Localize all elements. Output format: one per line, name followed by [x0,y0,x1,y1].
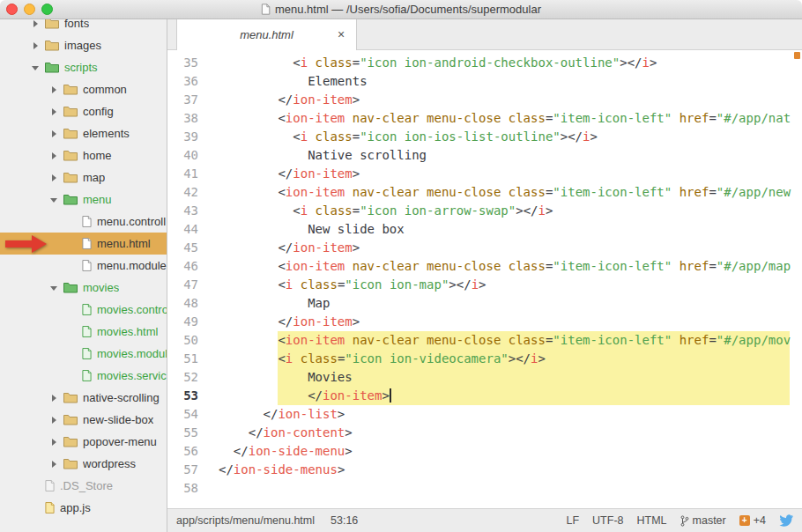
code-line-content[interactable]: </ion-list> [210,405,802,424]
code-line-content[interactable]: <ion-item nav-clear menu-close class="it… [210,331,802,350]
tree-folder-menu[interactable]: menu [0,188,167,211]
line-number[interactable]: 45 [167,239,210,257]
chevron-icon[interactable] [67,348,78,359]
git-branch[interactable]: master [680,514,726,527]
tree-folder-images[interactable]: images [0,34,167,56]
code-line-53[interactable]: 53 </ion-item> [167,387,802,405]
tree-file-movies-servic[interactable]: movies.servic [0,365,167,387]
zoom-window-button[interactable] [41,4,53,15]
chevron-icon[interactable] [67,260,78,271]
code-line-content[interactable]: </ion-content> [210,424,802,442]
tree-folder-native-scrolling[interactable]: native-scrolling [0,387,167,409]
bird-icon[interactable] [779,514,793,527]
code-line-content[interactable]: </ion-side-menus> [210,461,802,479]
code-line-content[interactable]: </ion-side-menu> [210,442,802,461]
tree-file-menu-module[interactable]: menu.module [0,255,167,277]
tree-folder-config[interactable]: config [0,100,167,122]
code-line-content[interactable]: </ion-item> [210,387,802,405]
tree-file-menu-controll[interactable]: menu.controll [0,211,167,233]
chevron-icon[interactable] [48,84,60,95]
code-line-39[interactable]: 39 <i class="icon ion-ios-list-outline">… [167,128,802,146]
chevron-icon[interactable] [48,194,60,205]
code-line-content[interactable]: </ion-item> [210,313,802,331]
code-line-content[interactable]: <i class="icon ion-videocamera"></i> [210,350,802,368]
line-number[interactable]: 43 [167,202,210,220]
code-line-content[interactable]: <i class="icon ion-ios-list-outline"></i… [210,128,802,146]
code-line-content[interactable]: </ion-item> [210,239,802,257]
code-line-35[interactable]: 35 <i class="icon ion-android-checkbox-o… [167,54,802,72]
code-line-content[interactable]: <ion-item nav-clear menu-close class="it… [210,183,802,202]
chevron-icon[interactable] [30,40,41,51]
code-line-content[interactable]: <ion-item nav-clear menu-close class="it… [210,109,802,128]
chevron-icon[interactable] [67,304,78,315]
tab-menu-html[interactable]: menu.html × [176,19,357,50]
chevron-icon[interactable] [48,392,60,403]
line-number[interactable]: 41 [167,165,210,183]
chevron-icon[interactable] [48,106,60,117]
line-number[interactable]: 39 [167,128,210,146]
line-number[interactable]: 49 [167,313,210,331]
tree-folder-map[interactable]: map [0,166,167,188]
tree-folder-home[interactable]: home [0,144,167,166]
tree-file--ds-store[interactable]: .DS_Store [0,475,167,497]
tree-folder-elements[interactable]: elements [0,122,167,144]
line-number[interactable]: 51 [167,350,210,368]
code-line-44[interactable]: 44 New slide box [167,220,802,239]
line-number[interactable]: 47 [167,276,210,294]
code-line-40[interactable]: 40 Native scrolling [167,146,802,165]
cursor-position[interactable]: 53:16 [330,514,358,527]
code-line-content[interactable]: <i class="icon ion-arrow-swap"></i> [210,202,802,220]
chevron-icon[interactable] [67,216,78,227]
close-window-button[interactable] [6,4,18,15]
git-diff-status[interactable]: +4 [739,514,766,527]
tree-folder-common[interactable]: common [0,78,167,100]
code-line-52[interactable]: 52 Movies [167,368,802,387]
chevron-icon[interactable] [48,282,60,293]
code-line-47[interactable]: 47 <i class="icon ion-map"></i> [167,276,802,294]
minimize-window-button[interactable] [24,4,35,15]
code-line-content[interactable]: Movies [210,368,802,387]
code-line-42[interactable]: 42 <ion-item nav-clear menu-close class=… [167,183,802,202]
line-number[interactable]: 54 [167,405,210,424]
line-number[interactable]: 35 [167,54,210,72]
line-number[interactable]: 52 [167,368,210,387]
line-number[interactable]: 46 [167,257,210,276]
line-number[interactable]: 50 [167,331,210,350]
chevron-icon[interactable] [67,326,78,337]
code-editor[interactable]: 35 <i class="icon ion-android-checkbox-o… [167,50,802,508]
code-line-45[interactable]: 45 </ion-item> [167,239,802,257]
line-number[interactable]: 38 [167,109,210,128]
code-line-content[interactable]: New slide box [210,220,802,239]
code-line-content[interactable]: <i class="icon ion-android-checkbox-outl… [210,54,802,72]
tree-folder-new-slide-box[interactable]: new-slide-box [0,409,167,431]
code-line-content[interactable]: Elements [210,72,802,91]
chevron-icon[interactable] [30,19,41,29]
tree-folder-scripts[interactable]: scripts [0,56,167,78]
tree-file-menu-html[interactable]: menu.html [0,233,167,255]
code-line-content[interactable]: <i class="icon ion-map"></i> [210,276,802,294]
chevron-icon[interactable] [67,238,78,249]
chevron-icon[interactable] [48,436,60,447]
line-number[interactable]: 56 [167,442,210,461]
code-line-43[interactable]: 43 <i class="icon ion-arrow-swap"></i> [167,202,802,220]
code-line-57[interactable]: 57 </ion-side-menus> [167,461,802,479]
code-line-content[interactable]: <ion-item nav-clear menu-close class="it… [210,257,802,276]
line-number[interactable]: 48 [167,294,210,313]
chevron-icon[interactable] [30,502,41,514]
code-line-58[interactable]: 58 [167,479,802,498]
chevron-icon[interactable] [30,480,41,491]
code-line-48[interactable]: 48 Map [167,294,802,313]
chevron-icon[interactable] [48,414,60,425]
line-number[interactable]: 37 [167,91,210,109]
line-number[interactable]: 36 [167,72,210,91]
code-line-56[interactable]: 56 </ion-side-menu> [167,442,802,461]
code-line-38[interactable]: 38 <ion-item nav-clear menu-close class=… [167,109,802,128]
code-line-content[interactable] [210,479,802,498]
line-number[interactable]: 57 [167,461,210,479]
chevron-icon[interactable] [48,128,60,139]
line-number[interactable]: 58 [167,479,210,498]
code-line-content[interactable]: </ion-item> [210,91,802,109]
file-path[interactable]: app/scripts/menu/menu.html [176,514,315,527]
tree-file-movies-contro[interactable]: movies.contro [0,299,167,321]
code-line-41[interactable]: 41 </ion-item> [167,165,802,183]
